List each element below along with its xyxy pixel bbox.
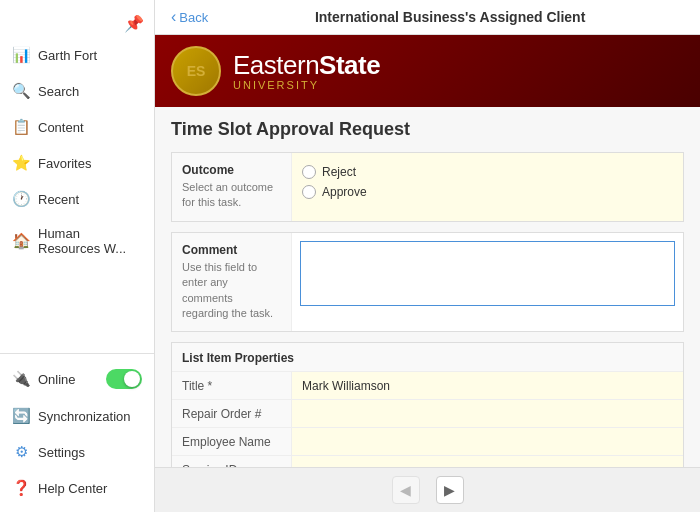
sidebar-top: 📌 📊 Garth Fort 🔍 Search 📋 Content ⭐ Favo… <box>0 0 154 353</box>
sidebar-item-recent[interactable]: 🕐 Recent <box>0 181 154 217</box>
outcome-label-col: Outcome Select an outcome for this task. <box>172 153 292 221</box>
table-row: Service ID <box>172 456 683 467</box>
sidebar-item-label: Garth Fort <box>38 48 97 63</box>
online-label: Online <box>38 372 76 387</box>
next-arrow-icon: ▶ <box>444 482 455 498</box>
table-row: Employee Name <box>172 428 683 456</box>
table-row: Title * Mark Williamson <box>172 372 683 400</box>
pin-icon: 📌 <box>124 14 144 33</box>
sidebar-item-search[interactable]: 🔍 Search <box>0 73 154 109</box>
repair-order-field-label: Repair Order # <box>172 400 292 427</box>
approve-label: Approve <box>322 185 367 199</box>
sidebar-item-favorites[interactable]: ⭐ Favorites <box>0 145 154 181</box>
comment-description: Use this field to enter any comments reg… <box>182 260 281 322</box>
sidebar-pin-area: 📌 <box>0 8 154 37</box>
repair-order-field-value <box>292 400 683 427</box>
title-label-text: Title * <box>182 379 212 393</box>
sidebar-item-content[interactable]: 📋 Content <box>0 109 154 145</box>
sidebar-item-human-resources[interactable]: 🏠 Human Resources W... <box>0 217 154 265</box>
outcome-row: Outcome Select an outcome for this task.… <box>172 153 683 221</box>
sidebar-item-garth-fort[interactable]: 📊 Garth Fort <box>0 37 154 73</box>
reject-label: Reject <box>322 165 356 179</box>
chart-icon: 📊 <box>12 46 30 64</box>
outcome-label: Outcome <box>182 163 281 177</box>
comment-textarea[interactable] <box>300 241 675 306</box>
reject-radio[interactable]: Reject <box>302 165 673 179</box>
repair-order-label-text: Repair Order # <box>182 407 261 421</box>
page-title: International Business's Assigned Client <box>216 9 684 25</box>
title-value-text: Mark Williamson <box>302 379 390 393</box>
sidebar: 📌 📊 Garth Fort 🔍 Search 📋 Content ⭐ Favo… <box>0 0 155 512</box>
star-icon: ⭐ <box>12 154 30 172</box>
home-icon: 🏠 <box>12 232 30 250</box>
sync-label: Synchronization <box>38 409 131 424</box>
employee-name-field-label: Employee Name <box>172 428 292 455</box>
list-props-title: List Item Properties <box>172 343 683 372</box>
comment-content <box>292 233 683 332</box>
sidebar-item-help[interactable]: ❓ Help Center <box>0 470 154 506</box>
online-toggle[interactable] <box>106 369 142 389</box>
sidebar-item-online[interactable]: 🔌 Online <box>0 360 154 398</box>
list-props-section: List Item Properties Title * Mark Willia… <box>171 342 684 467</box>
outcome-radio-group: Reject Approve <box>302 161 673 203</box>
back-chevron-icon: ‹ <box>171 8 176 26</box>
content-area: ES EasternState UNIVERSITY Time Slot App… <box>155 35 700 467</box>
navigation-arrows: ◀ ▶ <box>155 467 700 512</box>
outcome-content: Reject Approve <box>292 153 683 221</box>
university-name-plain: Eastern <box>233 50 319 80</box>
banner-text-area: EasternState UNIVERSITY <box>233 51 380 92</box>
sidebar-item-label: Favorites <box>38 156 91 171</box>
university-logo: ES <box>171 46 221 96</box>
form-container: Time Slot Approval Request Outcome Selec… <box>155 107 700 467</box>
help-icon: ❓ <box>12 479 30 497</box>
sidebar-bottom: 🔌 Online 🔄 Synchronization ⚙ Settings ❓ … <box>0 353 154 512</box>
university-name-bold: State <box>319 50 380 80</box>
sidebar-item-label: Human Resources W... <box>38 226 142 256</box>
university-name: EasternState <box>233 51 380 80</box>
service-id-field-value <box>292 456 683 467</box>
logo-text: ES <box>187 63 206 79</box>
service-id-field-label: Service ID <box>172 456 292 467</box>
sidebar-item-label: Search <box>38 84 79 99</box>
sidebar-item-label: Content <box>38 120 84 135</box>
outcome-description: Select an outcome for this task. <box>182 180 281 211</box>
online-icon: 🔌 <box>12 370 30 388</box>
comment-label: Comment <box>182 243 281 257</box>
university-subtitle: UNIVERSITY <box>233 79 380 91</box>
search-icon: 🔍 <box>12 82 30 100</box>
settings-label: Settings <box>38 445 85 460</box>
employee-name-field-value <box>292 428 683 455</box>
gear-icon: ⚙ <box>12 443 30 461</box>
main-panel: ‹ Back International Business's Assigned… <box>155 0 700 512</box>
table-row: Repair Order # <box>172 400 683 428</box>
university-banner: ES EasternState UNIVERSITY <box>155 35 700 107</box>
header: ‹ Back International Business's Assigned… <box>155 0 700 35</box>
approve-radio[interactable]: Approve <box>302 185 673 199</box>
sidebar-item-settings[interactable]: ⚙ Settings <box>0 434 154 470</box>
approve-radio-circle <box>302 185 316 199</box>
prev-button[interactable]: ◀ <box>392 476 420 504</box>
comment-row: Comment Use this field to enter any comm… <box>172 233 683 332</box>
back-button[interactable]: ‹ Back <box>171 8 208 26</box>
sync-icon: 🔄 <box>12 407 30 425</box>
prev-arrow-icon: ◀ <box>400 482 411 498</box>
back-label: Back <box>179 10 208 25</box>
next-button[interactable]: ▶ <box>436 476 464 504</box>
content-icon: 📋 <box>12 118 30 136</box>
comment-label-col: Comment Use this field to enter any comm… <box>172 233 292 332</box>
help-label: Help Center <box>38 481 107 496</box>
comment-section: Comment Use this field to enter any comm… <box>171 232 684 333</box>
employee-name-label-text: Employee Name <box>182 435 271 449</box>
form-title: Time Slot Approval Request <box>171 119 684 140</box>
reject-radio-circle <box>302 165 316 179</box>
title-field-value: Mark Williamson <box>292 372 683 399</box>
sidebar-item-synchronization[interactable]: 🔄 Synchronization <box>0 398 154 434</box>
sidebar-item-label: Recent <box>38 192 79 207</box>
outcome-section: Outcome Select an outcome for this task.… <box>171 152 684 222</box>
clock-icon: 🕐 <box>12 190 30 208</box>
title-field-label: Title * <box>172 372 292 399</box>
